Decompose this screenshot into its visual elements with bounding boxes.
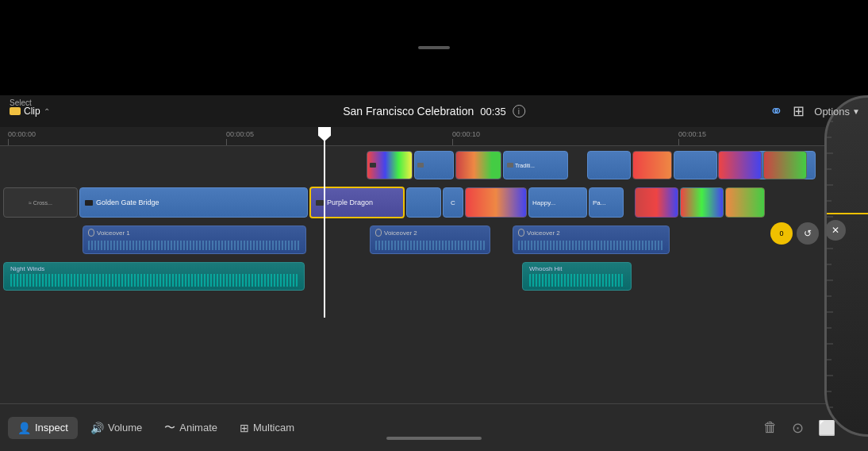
voiceover-1-clip[interactable]: Voiceover 1 /* waveform */	[83, 226, 306, 254]
ruler-mark-3: 00:00:15	[678, 130, 706, 138]
delete-icon[interactable]: 🗑	[763, 419, 778, 436]
clip-selector-arrow: ⌃	[44, 107, 50, 116]
volume-button[interactable]: 🔊 Volume	[81, 417, 152, 439]
voiceover-track: Voiceover 1 /* waveform */ Voiceover 2 V…	[79, 226, 868, 256]
broll-clip-3[interactable]: Traditi...	[503, 151, 568, 179]
ruler-mark-0: 00:00:00	[8, 130, 36, 138]
close-button[interactable]: ✕	[825, 220, 846, 241]
inspect-label: Inspect	[35, 422, 68, 434]
clip-selector[interactable]: Clip ⌃	[10, 106, 50, 117]
main-clip-far-2[interactable]	[680, 187, 724, 218]
broll-track: Traditi... Happy... Pa...	[0, 149, 868, 181]
layout-icon[interactable]: ⊞	[793, 102, 805, 120]
animate-label: Animate	[179, 422, 217, 434]
multicam-icon: ⊞	[240, 422, 249, 434]
timecode-display: 00:35	[480, 106, 506, 118]
broll-clip-4[interactable]	[587, 151, 631, 179]
audio-track: Night Winds Whoosh Hit	[0, 260, 868, 292]
broll-clip-9[interactable]	[718, 151, 762, 179]
broll-clip-3-label: Traditi...	[515, 163, 535, 168]
main-clip-far-3[interactable]	[725, 187, 765, 218]
clip-icon	[10, 107, 21, 115]
main-clip-after-1[interactable]	[406, 187, 441, 218]
header-controls: ⚭ ⊞ Options ▼	[770, 95, 860, 127]
options-label: Options	[814, 106, 850, 118]
happy-clip[interactable]: Happy...	[528, 187, 587, 218]
voiceover-2b-clip[interactable]: Voiceover 2	[513, 226, 670, 254]
main-clip-after-3[interactable]	[465, 187, 527, 218]
check-circle-icon[interactable]: ⊙	[792, 419, 804, 437]
broll-clip-0[interactable]	[367, 151, 413, 179]
sync-icon[interactable]: ⚭	[770, 102, 783, 121]
project-title: San Francisco Celebration	[343, 105, 474, 118]
broll-clip-1[interactable]	[414, 151, 454, 179]
cross-dissolve-clip[interactable]: ≈ Cross...	[3, 187, 78, 218]
clip-selector-label: Clip	[24, 106, 40, 117]
ruler-mark-2: 00:00:10	[452, 130, 480, 138]
main-clip-after-2[interactable]: C	[443, 187, 463, 218]
timeline-ruler: 00:00:00 00:00:05 00:00:10 00:00:15	[0, 127, 868, 146]
info-button[interactable]: i	[513, 105, 525, 118]
multicam-button[interactable]: ⊞ Multicam	[230, 417, 304, 439]
volume-label: Volume	[108, 422, 142, 434]
whoosh-hit-label: Whoosh Hit	[529, 265, 624, 272]
voiceover-2a-clip[interactable]: Voiceover 2	[370, 226, 490, 254]
tracks-area: Traditi... Happy... Pa... ≈ Cross... Gol…	[0, 146, 868, 403]
dial-wheel[interactable]	[824, 95, 868, 437]
broll-clip-2[interactable]	[455, 151, 501, 179]
options-button[interactable]: Options ▼	[814, 106, 860, 118]
preview-area	[0, 0, 868, 95]
night-winds-clip[interactable]: Night Winds	[3, 262, 305, 291]
retiming-badge[interactable]: ↺	[797, 222, 819, 245]
night-winds-label: Night Winds	[10, 265, 298, 272]
preview-scroll-handle	[418, 46, 450, 49]
main-clip-far-1[interactable]	[635, 187, 678, 218]
broll-clip-6[interactable]	[674, 151, 717, 179]
title-area: San Francisco Celebration 00:35 i	[343, 95, 525, 127]
options-chevron: ▼	[852, 107, 860, 116]
inspect-icon: 👤	[17, 422, 31, 434]
vo1-label: Voiceover 1	[97, 229, 130, 237]
whoosh-hit-clip[interactable]: Whoosh Hit	[522, 262, 632, 291]
broll-clip-5[interactable]	[632, 151, 672, 179]
speed-badge[interactable]: 0	[770, 222, 793, 245]
golden-gate-label: Golden Gate Bridge	[96, 199, 159, 206]
purple-dragon-label: Purple Dragon	[327, 199, 373, 206]
vo2a-label: Voiceover 2	[384, 229, 417, 237]
playhead[interactable]	[324, 127, 325, 318]
animate-icon: 〜	[164, 421, 175, 435]
broll-clip-10[interactable]	[763, 151, 807, 179]
scroll-indicator	[386, 437, 482, 440]
golden-gate-clip[interactable]: Golden Gate Bridge	[79, 187, 308, 218]
bottom-toolbar: 👤 Inspect 🔊 Volume 〜 Animate ⊞ Multicam …	[0, 403, 868, 451]
pa-clip[interactable]: Pa...	[589, 187, 624, 218]
volume-icon: 🔊	[90, 422, 104, 434]
ruler-mark-1: 00:00:05	[226, 130, 254, 138]
main-video-track: ≈ Cross... Golden Gate Bridge Purple Dra…	[0, 186, 868, 221]
multicam-label: Multicam	[253, 422, 294, 434]
inspect-button[interactable]: 👤 Inspect	[8, 417, 78, 439]
animate-button[interactable]: 〜 Animate	[155, 416, 227, 440]
vo2b-label: Voiceover 2	[527, 229, 560, 237]
